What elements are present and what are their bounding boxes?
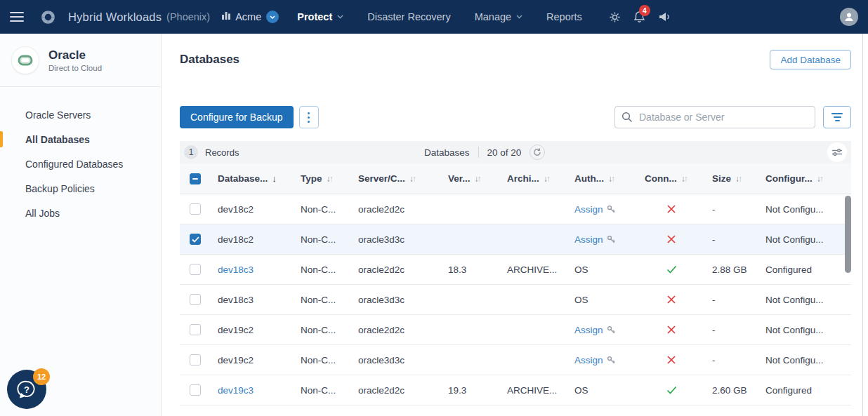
cell-version: 19.3 <box>441 385 500 396</box>
table-row: dev19c3Non-C...oracle2d2c19.3ARCHIVE...O… <box>180 375 851 405</box>
column-header-type[interactable]: Type↓↑ <box>294 173 351 184</box>
cell-type: Non-C... <box>294 234 351 245</box>
column-header-archi[interactable]: Archi...↓↑ <box>500 173 567 184</box>
nav-menu-disaster-recovery[interactable]: Disaster Recovery <box>367 11 450 22</box>
search-input[interactable] <box>614 106 815 128</box>
row-checkbox[interactable] <box>190 234 201 245</box>
cell-connection <box>638 234 705 244</box>
cell-size: - <box>705 234 758 245</box>
table-body: dev18c2Non-C...oracle2d2cAssign-Not Conf… <box>180 194 851 405</box>
table-row: dev18c2Non-C...oracle2d2cAssign-Not Conf… <box>180 194 851 224</box>
sort-icon: ↓↑ <box>817 174 824 184</box>
column-header-conn[interactable]: Conn...↓↑ <box>638 173 705 184</box>
cell-configuration: Configured <box>758 264 851 275</box>
sort-icon: ↓↑ <box>735 174 742 184</box>
column-header-server-c[interactable]: Server/C...↓↑ <box>351 173 441 184</box>
column-header-database[interactable]: Database...↓ <box>211 173 294 184</box>
sort-icon: ↓↑ <box>608 174 615 184</box>
window-edge <box>862 34 863 416</box>
column-settings-icon[interactable] <box>827 142 847 162</box>
cell-auth: Assign <box>567 234 638 245</box>
cell-server: oracle3d3c <box>351 295 441 305</box>
column-header-auth[interactable]: Auth...↓↑ <box>567 173 638 184</box>
row-checkbox[interactable] <box>190 294 201 305</box>
cell-database: dev18c2 <box>211 234 294 245</box>
sidebar-item-all-jobs[interactable]: All Jobs <box>0 201 161 225</box>
cell-database: dev18c3 <box>211 264 294 275</box>
more-actions-button[interactable] <box>299 106 319 128</box>
cell-auth: Assign <box>567 355 638 365</box>
hamburger-menu-icon[interactable] <box>10 9 25 25</box>
table-row: dev19c2Non-C...oracle2d2cAssign-Not Conf… <box>180 315 851 345</box>
help-button[interactable]: ? 12 <box>7 370 46 409</box>
cell-configuration: Not Configu... <box>758 355 851 365</box>
sidebar-item-oracle-servers[interactable]: Oracle Servers <box>0 102 161 127</box>
notification-count-badge: 4 <box>639 5 650 16</box>
sort-desc-icon: ↓ <box>272 173 277 184</box>
selected-count-badge: 1 <box>184 145 198 159</box>
assign-credentials-link[interactable]: Assign <box>574 204 616 215</box>
connection-error-icon <box>666 355 676 365</box>
cell-connection <box>638 265 705 274</box>
help-count-badge: 12 <box>33 368 50 385</box>
oracle-app-icon <box>11 46 39 74</box>
svg-text:?: ? <box>24 384 29 395</box>
sort-icon: ↓↑ <box>544 174 551 184</box>
sidebar-item-all-databases[interactable]: All Databases <box>0 127 161 152</box>
product-title: Hybrid Workloads <box>68 11 162 24</box>
row-checkbox[interactable] <box>190 384 201 396</box>
table-scrollbar[interactable] <box>845 196 851 273</box>
cell-auth: Assign <box>567 204 638 215</box>
cell-configuration: Configured <box>758 385 851 396</box>
refresh-button[interactable] <box>530 145 545 160</box>
cell-configuration: Not Configu... <box>758 295 851 305</box>
select-all-checkbox[interactable] <box>190 173 201 184</box>
cell-size: - <box>705 295 758 305</box>
cell-connection <box>638 325 705 335</box>
megaphone-icon[interactable] <box>658 11 671 22</box>
assign-credentials-link[interactable]: Assign <box>574 325 616 335</box>
cell-size: 2.88 GB <box>705 264 758 275</box>
cell-configuration: Not Configu... <box>758 204 851 215</box>
row-checkbox[interactable] <box>190 324 201 335</box>
user-avatar[interactable] <box>840 8 858 26</box>
cell-database: dev18c3 <box>211 295 294 305</box>
cell-server: oracle2d2c <box>351 204 441 215</box>
configure-for-backup-button[interactable]: Configure for Backup <box>180 106 294 128</box>
sidebar-item-backup-policies[interactable]: Backup Policies <box>0 176 161 201</box>
cell-server: oracle2d2c <box>351 385 441 396</box>
connection-error-icon <box>666 295 676 304</box>
druva-logo-icon <box>39 8 57 26</box>
cell-server: oracle2d2c <box>351 264 441 275</box>
bell-icon[interactable]: 4 <box>633 11 645 23</box>
filter-button[interactable] <box>823 106 851 128</box>
cell-size: - <box>705 325 758 335</box>
assign-credentials-link[interactable]: Assign <box>574 355 616 365</box>
sidebar-app-subtitle: Direct to Cloud <box>48 64 102 72</box>
column-header-size[interactable]: Size↓↑ <box>705 173 758 184</box>
assign-credentials-link[interactable]: Assign <box>574 234 616 245</box>
org-selector[interactable]: Acme <box>221 11 279 23</box>
column-header-ver[interactable]: Ver...↓↑ <box>441 173 500 184</box>
cell-server: oracle3d3c <box>351 234 441 245</box>
nav-menu-manage[interactable]: Manage <box>475 11 522 22</box>
row-checkbox[interactable] <box>190 354 201 365</box>
cell-archive-log: ARCHIVE... <box>500 264 567 275</box>
cell-version: 18.3 <box>441 264 500 275</box>
connection-error-icon <box>666 325 676 335</box>
entity-label: Databases <box>424 147 470 158</box>
column-header-configur[interactable]: Configur...↓↑ <box>758 173 851 184</box>
cell-type: Non-C... <box>294 355 351 365</box>
add-database-button[interactable]: Add Database <box>770 50 851 69</box>
cell-size: - <box>705 355 758 365</box>
sort-icon: ↓↑ <box>409 174 416 184</box>
org-chevron-down-icon <box>266 11 279 23</box>
nav-menu-reports[interactable]: Reports <box>546 11 582 22</box>
cell-configuration: Not Configu... <box>758 234 851 245</box>
row-checkbox[interactable] <box>190 203 201 215</box>
gear-icon[interactable] <box>609 11 621 23</box>
nav-menu-protect[interactable]: Protect <box>297 11 343 22</box>
sidebar-item-configured-databases[interactable]: Configured Databases <box>0 152 161 176</box>
cell-size: - <box>705 204 758 215</box>
row-checkbox[interactable] <box>190 264 201 275</box>
